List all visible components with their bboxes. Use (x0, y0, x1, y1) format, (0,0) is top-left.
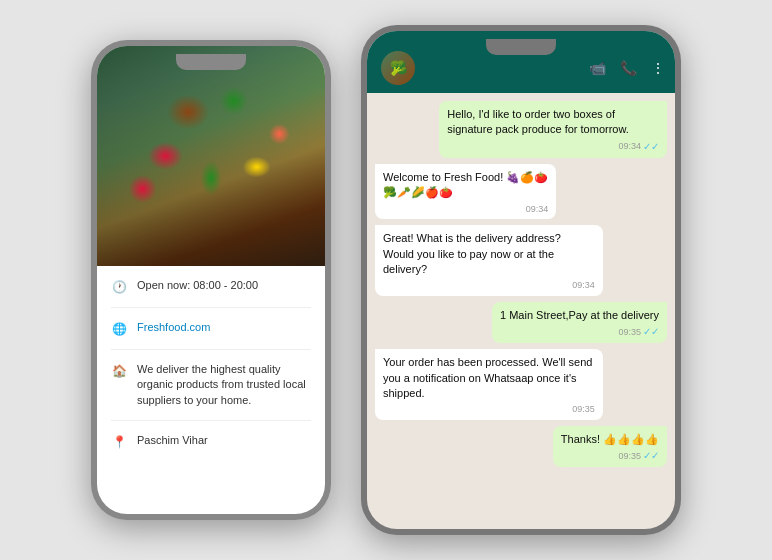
info-row-0: 🕐Open now: 08:00 - 20:00 (111, 278, 311, 295)
message-3: 1 Main Street,Pay at the delivery09:35✓✓ (492, 302, 667, 343)
message-time-4: 09:35 (383, 403, 595, 416)
info-text-3: Paschim Vihar (137, 433, 208, 448)
message-text-4: Your order has been processed. We'll sen… (383, 355, 595, 401)
phone-notch-left (176, 54, 246, 70)
info-icon-3: 📍 (111, 434, 127, 450)
info-text-0: Open now: 08:00 - 20:00 (137, 278, 258, 293)
divider-0 (111, 307, 311, 308)
info-row-1: 🌐Freshfood.com (111, 320, 311, 337)
hero-image (97, 46, 325, 266)
info-icon-0: 🕐 (111, 279, 127, 295)
more-options-icon[interactable]: ⋮ (651, 60, 665, 76)
left-phone: 🕐Open now: 08:00 - 20:00🌐Freshfood.com🏠W… (91, 40, 331, 520)
divider-1 (111, 349, 311, 350)
message-0: Hello, I'd like to order two boxes of si… (439, 101, 667, 158)
right-phone: 🥦 📹 📞 ⋮ Hello, I'd like to order two box… (361, 25, 681, 535)
message-1: Welcome to Fresh Food! 🍇🍊🍅 🥦🥕🌽🍎🍅09:34 (375, 164, 556, 219)
divider-2 (111, 420, 311, 421)
message-5: Thanks! 👍👍👍👍09:35✓✓ (553, 426, 667, 467)
message-time-3: 09:35✓✓ (500, 325, 659, 339)
wa-avatar: 🥦 (381, 51, 415, 85)
phone-call-icon[interactable]: 📞 (620, 60, 637, 76)
message-time-0: 09:34✓✓ (447, 140, 659, 154)
phone-notch-right (486, 39, 556, 55)
message-text-1: Welcome to Fresh Food! 🍇🍊🍅 🥦🥕🌽🍎🍅 (383, 170, 548, 201)
info-row-2: 🏠We deliver the highest quality organic … (111, 362, 311, 408)
message-tick-0: ✓✓ (643, 140, 659, 154)
info-text-2: We deliver the highest quality organic p… (137, 362, 311, 408)
message-2: Great! What is the delivery address? Wou… (375, 225, 603, 296)
info-icon-2: 🏠 (111, 363, 127, 379)
info-icon-1: 🌐 (111, 321, 127, 337)
profile-info: 🕐Open now: 08:00 - 20:00🌐Freshfood.com🏠W… (97, 266, 325, 462)
chat-area: Hello, I'd like to order two boxes of si… (367, 93, 675, 529)
message-tick-3: ✓✓ (643, 325, 659, 339)
message-text-3: 1 Main Street,Pay at the delivery (500, 308, 659, 323)
message-time-5: 09:35✓✓ (561, 449, 659, 463)
message-tick-5: ✓✓ (643, 449, 659, 463)
message-4: Your order has been processed. We'll sen… (375, 349, 603, 420)
message-text-0: Hello, I'd like to order two boxes of si… (447, 107, 659, 138)
info-text-1[interactable]: Freshfood.com (137, 320, 210, 335)
video-call-icon[interactable]: 📹 (589, 60, 606, 76)
message-time-2: 09:34 (383, 279, 595, 292)
info-row-3: 📍Paschim Vihar (111, 433, 311, 450)
message-text-5: Thanks! 👍👍👍👍 (561, 432, 659, 447)
message-time-1: 09:34 (383, 203, 548, 216)
message-text-2: Great! What is the delivery address? Wou… (383, 231, 595, 277)
wa-actions: 📹 📞 ⋮ (589, 60, 665, 76)
